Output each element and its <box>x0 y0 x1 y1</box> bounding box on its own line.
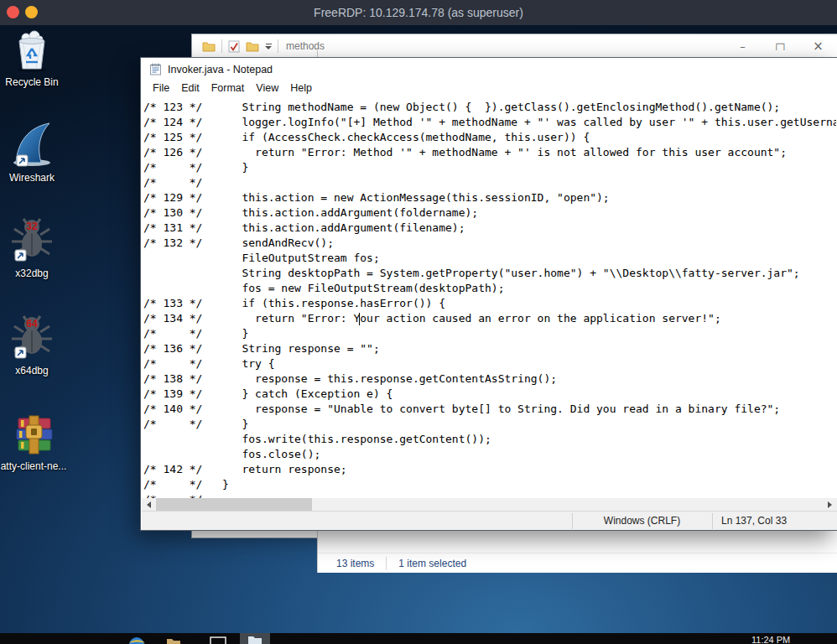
freerdp-titlebar: FreeRDP: 10.129.174.78 (as superuser) <box>0 0 837 25</box>
line-ending-label: Windows (CRLF) <box>572 512 712 531</box>
minimize-circle-button[interactable] <box>25 6 38 18</box>
folder-icon[interactable] <box>202 41 216 52</box>
status-separator <box>386 557 387 570</box>
notepad-statusbar: Windows (CRLF) Ln 137, Col 33 <box>142 511 837 530</box>
code-line: /* 123 */ String methodName = (new Objec… <box>142 100 836 115</box>
desktop-icon-label: x32dbg <box>0 268 64 279</box>
app-taskbar-icon[interactable] <box>166 637 181 644</box>
code-line: /* */ } <box>142 160 836 175</box>
code-line: /* 126 */ return "Error: Method '" + met… <box>142 145 836 160</box>
code-line: /* 140 */ response = "Unable to convert … <box>142 402 836 417</box>
menu-view[interactable]: View <box>250 80 284 96</box>
taskbar-clock[interactable]: 11:24 PM <box>751 635 790 644</box>
x32dbg-bug-icon: 32 <box>8 216 55 263</box>
taskbar: 11:24 PM <box>0 633 837 644</box>
code-line: /* */ } <box>142 417 836 432</box>
code-line: /* 129 */ this.action = new ActionMessag… <box>142 190 836 205</box>
recycle-bin-icon <box>11 30 53 72</box>
code-line: /* 138 */ response = this.response.getCo… <box>142 371 836 387</box>
scrollbar-thumb[interactable] <box>156 498 312 511</box>
code-line: fos.close(); <box>142 447 836 462</box>
selection-count-label: 1 item selected <box>398 558 466 569</box>
window-taskbar-icon[interactable] <box>210 636 226 644</box>
toolbar-separator <box>278 39 278 53</box>
code-line: /* 142 */ return response; <box>142 462 836 477</box>
code-line: /* */ try { <box>142 356 836 371</box>
notepad-menubar: File Edit Format View Help <box>141 80 837 100</box>
desktop-icon-fatty-client-archive[interactable]: atty-client-ne... <box>0 414 77 472</box>
desktop-icon-x32dbg[interactable]: 32 x32dbg <box>0 216 64 279</box>
scroll-right-arrow-icon[interactable] <box>823 498 837 511</box>
menu-help[interactable]: Help <box>284 80 318 96</box>
freerdp-title: FreeRDP: 10.129.174.78 (as superuser) <box>314 6 523 19</box>
notepad-window: Invoker.java - Notepad File Edit Format … <box>140 57 837 531</box>
bug-badge-64: 64 <box>26 318 38 330</box>
code-line: /* 136 */ String response = ""; <box>142 341 836 356</box>
code-line: /* */ } <box>142 477 836 492</box>
code-line: /* 130 */ this.action.addArgument(folder… <box>142 205 836 221</box>
close-circle-button[interactable] <box>7 6 19 18</box>
code-line: /* 132 */ sendAndRecv(); <box>142 236 836 251</box>
winrar-archive-icon <box>12 414 55 456</box>
desktop-icon-x64dbg[interactable]: 64 x64dbg <box>0 314 64 377</box>
code-line: fos.write(this.response.getContent()); <box>142 432 836 447</box>
menu-edit[interactable]: Edit <box>175 80 205 96</box>
code-line: String desktopPath = System.getProperty(… <box>142 266 836 281</box>
code-line: /* 139 */ } catch (Exception e) { <box>142 387 836 402</box>
wireshark-icon <box>9 121 55 168</box>
code-line: /* 134 */ return "Error: Your action cau… <box>142 311 836 326</box>
new-folder-icon[interactable] <box>246 41 259 52</box>
notepad-app-icon <box>149 63 162 75</box>
menu-format[interactable]: Format <box>205 80 251 96</box>
notepad-titlebar[interactable]: Invoker.java - Notepad <box>141 58 837 80</box>
menu-file[interactable]: File <box>147 80 175 96</box>
desktop-icon-label: atty-client-ne... <box>0 461 77 472</box>
code-line: /* 125 */ if (AccessCheck.checkAccess(me… <box>142 130 836 145</box>
code-line: /* 133 */ if (this.response.hasError()) … <box>142 296 836 311</box>
text-caret <box>359 313 360 325</box>
toolbar-separator <box>221 39 222 53</box>
code-line: FileOutputStream fos; <box>142 251 836 266</box>
cursor-position-label: Ln 137, Col 33 <box>721 512 834 531</box>
items-count-label: 13 items <box>318 558 374 569</box>
scroll-left-arrow-icon[interactable] <box>142 498 156 511</box>
notepad-window-title: Invoker.java - Notepad <box>168 64 273 75</box>
x64dbg-bug-icon: 64 <box>8 314 55 361</box>
customize-toolbar-dropdown-icon[interactable] <box>265 44 272 49</box>
quick-access-toolbar <box>192 39 278 53</box>
desktop-icon-label: Recycle Bin <box>0 77 64 88</box>
properties-check-icon[interactable] <box>228 40 240 53</box>
bug-badge-32: 32 <box>26 221 38 232</box>
horizontal-scrollbar[interactable] <box>142 498 837 511</box>
active-explorer-taskbar-icon[interactable] <box>240 633 270 644</box>
desktop-icon-label: Wireshark <box>0 173 64 184</box>
notepad-text-area[interactable]: /* 123 */ String methodName = (new Objec… <box>142 100 836 500</box>
code-line: /* 131 */ this.action.addArgument(filena… <box>142 221 836 236</box>
remote-desktop-screen: FreeRDP: 10.129.174.78 (as superuser) Re… <box>0 0 837 644</box>
code-line: /* */ } <box>142 326 836 341</box>
code-line: /* 124 */ logger.logInfo("[+] Method '" … <box>142 115 836 130</box>
desktop-icon-wireshark[interactable]: Wireshark <box>0 121 64 184</box>
browser-taskbar-icon[interactable] <box>127 636 146 644</box>
code-line: fos = new FileOutputStream(desktopPath); <box>142 281 836 296</box>
desktop-icon-recycle-bin[interactable]: Recycle Bin <box>0 30 64 88</box>
desktop-icon-label: x64dbg <box>0 366 64 377</box>
code-line: /* */ <box>142 175 836 190</box>
explorer-statusbar: 13 items 1 item selected <box>318 553 837 573</box>
